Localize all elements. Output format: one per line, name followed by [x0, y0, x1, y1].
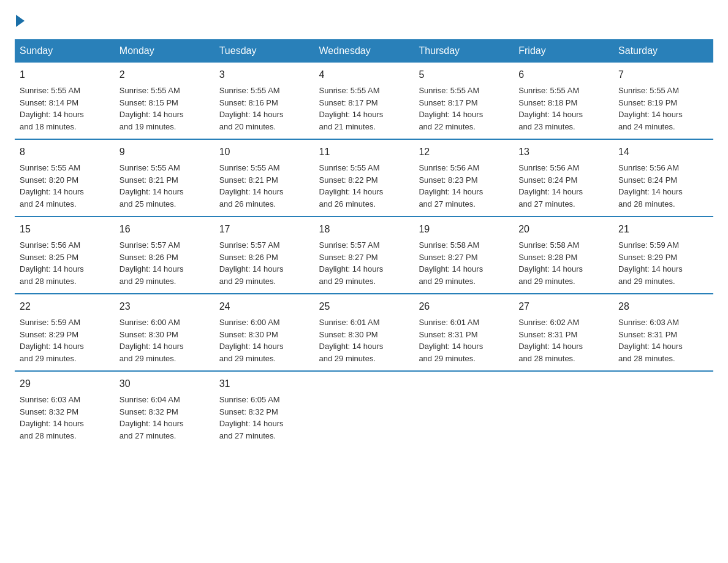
day-info: Sunrise: 5:55 AM Sunset: 8:20 PM Dayligh… [20, 163, 84, 209]
calendar-day-cell: 6 Sunrise: 5:55 AM Sunset: 8:18 PM Dayli… [514, 63, 613, 139]
day-info: Sunrise: 5:56 AM Sunset: 8:25 PM Dayligh… [20, 240, 84, 286]
column-header-wednesday: Wednesday [314, 39, 414, 63]
calendar-day-cell: 20 Sunrise: 5:58 AM Sunset: 8:28 PM Dayl… [514, 216, 613, 294]
calendar-day-cell: 1 Sunrise: 5:55 AM Sunset: 8:14 PM Dayli… [15, 63, 115, 139]
day-info: Sunrise: 5:58 AM Sunset: 8:27 PM Dayligh… [419, 240, 483, 286]
calendar-day-cell: 13 Sunrise: 5:56 AM Sunset: 8:24 PM Dayl… [514, 139, 613, 216]
calendar-day-cell: 24 Sunrise: 6:00 AM Sunset: 8:30 PM Dayl… [214, 294, 314, 371]
calendar-day-cell: 12 Sunrise: 5:56 AM Sunset: 8:23 PM Dayl… [414, 139, 514, 216]
calendar-week-row: 22 Sunrise: 5:59 AM Sunset: 8:29 PM Dayl… [15, 294, 713, 371]
calendar-day-cell: 21 Sunrise: 5:59 AM Sunset: 8:29 PM Dayl… [613, 216, 713, 294]
day-info: Sunrise: 5:55 AM Sunset: 8:16 PM Dayligh… [219, 86, 284, 131]
day-number: 22 [20, 299, 110, 314]
day-number: 28 [618, 299, 708, 314]
calendar-day-cell: 15 Sunrise: 5:56 AM Sunset: 8:25 PM Dayl… [15, 216, 115, 294]
day-number: 9 [119, 145, 210, 159]
logo [15, 15, 26, 27]
day-number: 6 [518, 67, 609, 82]
calendar-day-cell: 2 Sunrise: 5:55 AM Sunset: 8:15 PM Dayli… [115, 63, 214, 139]
day-number: 30 [119, 377, 210, 391]
calendar-day-cell: 27 Sunrise: 6:02 AM Sunset: 8:31 PM Dayl… [514, 294, 613, 371]
day-info: Sunrise: 5:57 AM Sunset: 8:26 PM Dayligh… [119, 240, 184, 286]
column-header-saturday: Saturday [613, 39, 713, 63]
day-number: 5 [419, 67, 509, 82]
calendar-day-cell [514, 371, 613, 448]
day-info: Sunrise: 5:55 AM Sunset: 8:17 PM Dayligh… [419, 86, 483, 131]
calendar-day-cell: 11 Sunrise: 5:55 AM Sunset: 8:22 PM Dayl… [314, 139, 414, 216]
calendar-week-row: 8 Sunrise: 5:55 AM Sunset: 8:20 PM Dayli… [15, 139, 713, 216]
day-info: Sunrise: 5:57 AM Sunset: 8:27 PM Dayligh… [319, 240, 384, 286]
calendar-week-row: 29 Sunrise: 6:03 AM Sunset: 8:32 PM Dayl… [15, 371, 713, 448]
day-info: Sunrise: 5:55 AM Sunset: 8:15 PM Dayligh… [119, 86, 184, 131]
day-number: 2 [119, 67, 210, 82]
day-number: 21 [618, 222, 708, 237]
calendar-table: SundayMondayTuesdayWednesdayThursdayFrid… [15, 39, 713, 448]
page-header [15, 15, 713, 27]
day-number: 16 [119, 222, 210, 237]
day-info: Sunrise: 5:57 AM Sunset: 8:26 PM Dayligh… [219, 240, 284, 286]
day-info: Sunrise: 5:55 AM Sunset: 8:21 PM Dayligh… [219, 163, 284, 209]
calendar-day-cell: 23 Sunrise: 6:00 AM Sunset: 8:30 PM Dayl… [115, 294, 214, 371]
day-number: 19 [419, 222, 509, 237]
calendar-day-cell [613, 371, 713, 448]
day-number: 8 [20, 145, 110, 159]
day-info: Sunrise: 6:03 AM Sunset: 8:31 PM Dayligh… [618, 318, 683, 363]
calendar-day-cell: 25 Sunrise: 6:01 AM Sunset: 8:30 PM Dayl… [314, 294, 414, 371]
day-info: Sunrise: 5:55 AM Sunset: 8:17 PM Dayligh… [319, 86, 384, 131]
day-info: Sunrise: 6:01 AM Sunset: 8:30 PM Dayligh… [319, 318, 384, 363]
calendar-day-cell: 18 Sunrise: 5:57 AM Sunset: 8:27 PM Dayl… [314, 216, 414, 294]
day-number: 7 [618, 67, 708, 82]
day-number: 13 [518, 145, 609, 159]
day-info: Sunrise: 5:55 AM Sunset: 8:14 PM Dayligh… [20, 86, 84, 131]
day-info: Sunrise: 5:55 AM Sunset: 8:21 PM Dayligh… [119, 163, 184, 209]
calendar-day-cell: 9 Sunrise: 5:55 AM Sunset: 8:21 PM Dayli… [115, 139, 214, 216]
column-header-sunday: Sunday [15, 39, 115, 63]
calendar-header-row: SundayMondayTuesdayWednesdayThursdayFrid… [15, 39, 713, 63]
day-number: 14 [618, 145, 708, 159]
calendar-day-cell: 3 Sunrise: 5:55 AM Sunset: 8:16 PM Dayli… [214, 63, 314, 139]
day-number: 18 [319, 222, 409, 237]
day-info: Sunrise: 6:00 AM Sunset: 8:30 PM Dayligh… [219, 318, 284, 363]
day-info: Sunrise: 5:58 AM Sunset: 8:28 PM Dayligh… [518, 240, 583, 286]
day-number: 20 [518, 222, 609, 237]
day-info: Sunrise: 6:03 AM Sunset: 8:32 PM Dayligh… [20, 395, 84, 440]
day-number: 27 [518, 299, 609, 314]
day-number: 4 [319, 67, 409, 82]
day-info: Sunrise: 5:59 AM Sunset: 8:29 PM Dayligh… [20, 318, 84, 363]
column-header-tuesday: Tuesday [214, 39, 314, 63]
day-info: Sunrise: 5:56 AM Sunset: 8:24 PM Dayligh… [518, 163, 583, 209]
calendar-day-cell: 19 Sunrise: 5:58 AM Sunset: 8:27 PM Dayl… [414, 216, 514, 294]
day-info: Sunrise: 5:55 AM Sunset: 8:19 PM Dayligh… [618, 86, 683, 131]
day-info: Sunrise: 6:02 AM Sunset: 8:31 PM Dayligh… [518, 318, 583, 363]
calendar-day-cell: 7 Sunrise: 5:55 AM Sunset: 8:19 PM Dayli… [613, 63, 713, 139]
calendar-day-cell: 10 Sunrise: 5:55 AM Sunset: 8:21 PM Dayl… [214, 139, 314, 216]
day-number: 26 [419, 299, 509, 314]
day-info: Sunrise: 5:55 AM Sunset: 8:18 PM Dayligh… [518, 86, 583, 131]
day-number: 17 [219, 222, 309, 237]
day-info: Sunrise: 5:56 AM Sunset: 8:24 PM Dayligh… [618, 163, 683, 209]
calendar-day-cell: 22 Sunrise: 5:59 AM Sunset: 8:29 PM Dayl… [15, 294, 115, 371]
calendar-day-cell: 29 Sunrise: 6:03 AM Sunset: 8:32 PM Dayl… [15, 371, 115, 448]
day-info: Sunrise: 5:59 AM Sunset: 8:29 PM Dayligh… [618, 240, 683, 286]
day-number: 24 [219, 299, 309, 314]
calendar-day-cell: 14 Sunrise: 5:56 AM Sunset: 8:24 PM Dayl… [613, 139, 713, 216]
day-info: Sunrise: 6:00 AM Sunset: 8:30 PM Dayligh… [119, 318, 184, 363]
day-number: 12 [419, 145, 509, 159]
day-number: 10 [219, 145, 309, 159]
calendar-day-cell: 17 Sunrise: 5:57 AM Sunset: 8:26 PM Dayl… [214, 216, 314, 294]
day-number: 11 [319, 145, 409, 159]
day-info: Sunrise: 6:04 AM Sunset: 8:32 PM Dayligh… [119, 395, 184, 440]
calendar-day-cell [414, 371, 514, 448]
day-number: 29 [20, 377, 110, 391]
logo-arrow-icon [16, 15, 25, 27]
calendar-day-cell: 8 Sunrise: 5:55 AM Sunset: 8:20 PM Dayli… [15, 139, 115, 216]
calendar-day-cell: 30 Sunrise: 6:04 AM Sunset: 8:32 PM Dayl… [115, 371, 214, 448]
day-number: 3 [219, 67, 309, 82]
day-number: 15 [20, 222, 110, 237]
calendar-day-cell: 31 Sunrise: 6:05 AM Sunset: 8:32 PM Dayl… [214, 371, 314, 448]
calendar-day-cell: 26 Sunrise: 6:01 AM Sunset: 8:31 PM Dayl… [414, 294, 514, 371]
calendar-week-row: 15 Sunrise: 5:56 AM Sunset: 8:25 PM Dayl… [15, 216, 713, 294]
day-info: Sunrise: 5:56 AM Sunset: 8:23 PM Dayligh… [419, 163, 483, 209]
day-number: 23 [119, 299, 210, 314]
day-number: 25 [319, 299, 409, 314]
